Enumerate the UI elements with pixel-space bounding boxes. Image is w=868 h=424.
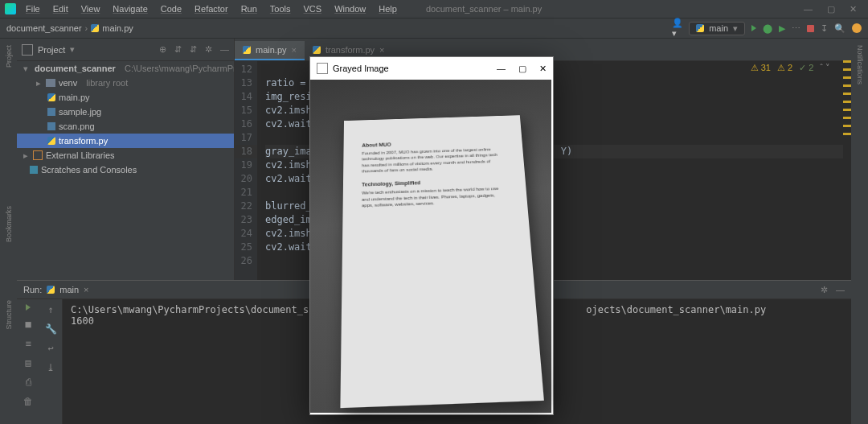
expand-all-icon[interactable]: ⇵	[174, 44, 182, 55]
breadcrumb-separator-icon: ›	[85, 23, 88, 33]
inspection-widget[interactable]: ⚠ 31 ⚠ 2 ✓ 2 ˆ ˅	[751, 63, 830, 73]
delete-icon[interactable]: 🗑	[23, 396, 33, 407]
hide-toolwindow-icon[interactable]: —	[836, 285, 845, 295]
python-icon	[313, 46, 321, 54]
library-icon	[33, 150, 43, 160]
user-icon[interactable]: 👤▾	[673, 23, 682, 33]
close-icon[interactable]: ×	[292, 45, 297, 55]
menu-refactor[interactable]: Refactor	[190, 2, 233, 15]
select-opened-file-icon[interactable]: ⊕	[159, 44, 166, 55]
tab-label: main.py	[256, 45, 287, 55]
tree-item-external-libraries[interactable]: ▸External Libraries	[17, 148, 234, 163]
breadcrumb-file[interactable]: main.py	[102, 23, 133, 33]
close-icon[interactable]: ×	[379, 45, 384, 55]
run-settings-icon[interactable]: ✲	[821, 285, 828, 295]
error-stripe[interactable]	[843, 60, 851, 280]
run-config-selector[interactable]: main ▾	[689, 22, 745, 35]
up-icon[interactable]: ↑	[47, 304, 53, 315]
scanned-document: About MUO Founded in 2007, MUO has grown…	[340, 115, 543, 408]
run-tab-label[interactable]: main	[59, 285, 79, 294]
scroll-to-end-icon[interactable]: ⤓	[47, 362, 55, 373]
stop-button[interactable]	[807, 25, 814, 32]
collapse-all-icon[interactable]: ⇵	[190, 44, 197, 55]
hide-toolwindow-icon[interactable]: —	[220, 44, 229, 55]
python-icon	[47, 286, 55, 294]
folder-icon	[46, 79, 55, 87]
tree-item-main[interactable]: main.py	[17, 90, 234, 105]
toggle-output-icon[interactable]: ≡	[25, 338, 31, 349]
stop-button[interactable]: ■	[25, 319, 31, 330]
window-minimize-button[interactable]: —	[804, 4, 813, 14]
project-toolwindow-tab[interactable]: Project	[5, 45, 13, 68]
chevron-down-icon[interactable]: ▾	[70, 44, 75, 55]
run-button[interactable]	[751, 25, 756, 31]
ide-updates-icon[interactable]	[852, 23, 862, 33]
tree-item-scratches[interactable]: Scratches and Consoles	[17, 163, 234, 177]
window-close-button[interactable]: ✕	[539, 64, 547, 74]
tree-item-scan[interactable]: scan.png	[17, 119, 234, 134]
run-coverage-button[interactable]: ▶	[779, 23, 785, 34]
menu-edit[interactable]: Edit	[48, 2, 73, 15]
python-icon	[47, 137, 55, 145]
tree-item-venv[interactable]: ▸ venv library root	[17, 76, 234, 90]
tree-item-sample[interactable]: sample.jpg	[17, 105, 234, 119]
settings-icon[interactable]: ✲	[205, 44, 212, 55]
window-maximize-button[interactable]: ▢	[827, 4, 835, 14]
soft-wrap-icon[interactable]: ↩	[47, 343, 53, 354]
menu-help[interactable]: Help	[374, 2, 402, 15]
gutter: 121314151617 181920212223242526	[235, 61, 257, 280]
layout-icon[interactable]: ▤	[25, 357, 31, 368]
print-icon[interactable]: ⎙	[26, 377, 31, 388]
window-close-button[interactable]: ✕	[850, 4, 857, 14]
python-icon	[696, 24, 704, 32]
debug-button[interactable]: ⬤	[763, 23, 772, 34]
structure-toolwindow-tab[interactable]: Structure	[5, 300, 13, 330]
menu-tools[interactable]: Tools	[265, 2, 296, 15]
git-update-button[interactable]: ↧	[821, 23, 828, 34]
menu-vcs[interactable]: VCS	[299, 2, 327, 15]
menu-navigate[interactable]: Navigate	[108, 2, 152, 15]
menu-file[interactable]: File	[21, 2, 45, 15]
run-config-name: main	[709, 23, 728, 33]
close-icon[interactable]: ×	[84, 285, 88, 294]
notifications-toolwindow-tab[interactable]: Notifications	[856, 45, 864, 84]
tree-item-transform[interactable]: transform.py	[17, 134, 234, 148]
tab-label: transform.py	[326, 45, 375, 55]
bookmarks-toolwindow-tab[interactable]: Bookmarks	[5, 206, 13, 242]
main-menu: File Edit View Navigate Code Refactor Ru…	[21, 2, 402, 15]
editor-tab-main[interactable]: main.py ×	[235, 41, 305, 60]
breadcrumb-project[interactable]: document_scanner	[6, 23, 82, 33]
more-run-button[interactable]: ⋯	[792, 23, 800, 34]
app-icon	[317, 63, 328, 74]
grayed-image-window: Grayed Image — ▢ ✕ About MUO Founded in …	[309, 56, 554, 415]
project-tool-window: Project ▾ ⊕ ⇵ ⇵ ✲ — ▾ document_scanner C…	[17, 39, 235, 280]
image-canvas: About MUO Founded in 2007, MUO has grown…	[310, 80, 551, 413]
rerun-button[interactable]	[26, 304, 31, 311]
tree-root[interactable]: ▾ document_scanner C:\Users\mwang\Pychar…	[17, 61, 234, 76]
chevron-down-icon: ▾	[733, 23, 738, 34]
project-view-icon	[22, 44, 33, 56]
window-maximize-button[interactable]: ▢	[518, 64, 526, 74]
image-file-icon	[47, 122, 55, 130]
menu-view[interactable]: View	[76, 2, 105, 15]
settings-icon[interactable]: 🔧	[45, 323, 57, 335]
run-panel-label: Run:	[23, 285, 42, 294]
python-icon	[91, 24, 99, 32]
search-everywhere-button[interactable]: 🔍	[834, 23, 845, 34]
scratches-icon	[30, 166, 38, 174]
menu-window[interactable]: Window	[330, 2, 371, 15]
python-icon	[243, 46, 251, 54]
image-file-icon	[47, 108, 55, 116]
python-icon	[47, 93, 55, 101]
window-minimize-button[interactable]: —	[497, 64, 506, 74]
popup-title: Grayed Image	[333, 64, 389, 73]
menu-code[interactable]: Code	[156, 2, 186, 15]
window-title: document_scanner – main.py	[402, 4, 804, 14]
project-tool-title: Project	[38, 45, 65, 55]
ide-logo	[5, 3, 16, 14]
menu-run[interactable]: Run	[236, 2, 262, 15]
